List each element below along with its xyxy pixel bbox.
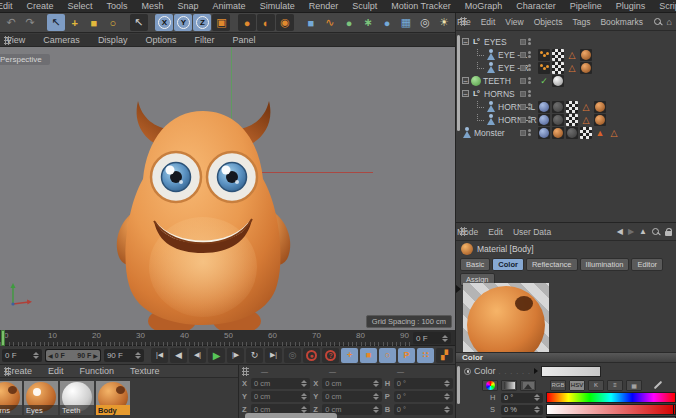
spinner-icon[interactable] [301,393,307,400]
current-frame-field[interactable]: 0 F [413,332,451,344]
rotate-tool-icon[interactable]: ○ [104,14,122,31]
checker-tag-icon[interactable] [566,101,578,113]
dots-tag-icon[interactable] [538,49,550,61]
material-tile-eyes[interactable]: Eyes [24,381,58,415]
saturation-value-field[interactable]: 0 % [501,405,543,415]
object-label[interactable]: TEETH [483,76,511,86]
menu-mograph[interactable]: MoGraph [458,1,510,11]
scale-tool-icon[interactable]: ■ [85,14,103,31]
environment-tool-icon[interactable]: ● [378,14,396,31]
object-label[interactable]: EYES [484,37,507,47]
attr-menu-user-data[interactable]: User Data [508,227,556,237]
live-selection-tool-icon[interactable]: ↖ [47,14,65,31]
monster-model[interactable] [110,87,297,330]
tab-reflectance[interactable]: Reflectance [526,258,578,271]
visibility-dots-icon[interactable] [528,129,531,136]
deformer-tool-icon[interactable]: ∗ [359,14,377,31]
menu-simulate[interactable]: Simulate [253,1,302,11]
material-preview[interactable] [463,283,549,353]
visibility-toggles[interactable] [520,77,531,84]
tab-color[interactable]: Color [492,258,524,271]
add-cube-tool-icon[interactable]: ■ [302,14,320,31]
menu-animate[interactable]: Animate [206,1,253,11]
sphere-white-tag-icon[interactable] [552,75,564,87]
material-tile-teeth[interactable]: Teeth [60,381,94,415]
perspective-viewport[interactable]: Perspective [0,47,455,330]
keyframe-scale-button[interactable]: ■ [360,348,377,363]
tri-outline-tag-icon[interactable]: △ [580,114,592,126]
object-row-monster[interactable]: Monster▲△ [462,126,674,139]
spinner-icon[interactable] [444,380,450,387]
coordinate-system-tool-icon[interactable]: ▣ [212,14,230,31]
menu-tools[interactable]: Tools [100,1,135,11]
hsv-mode-button[interactable]: HSV [569,380,585,391]
timeline-playhead[interactable] [1,330,5,346]
play-forwards-button[interactable]: ▶ [208,348,225,363]
spinner-icon[interactable] [444,393,450,400]
visibility-dots-icon[interactable] [528,51,531,58]
kelvin-mode-button[interactable]: K [588,380,604,391]
om-menu-objects[interactable]: Objects [529,17,568,27]
frame-range-slider[interactable]: ◀ 0 F 90 F ▶ [45,349,101,362]
history-forward-icon[interactable]: ▶ [628,227,634,236]
home-icon[interactable]: ⌂ [667,17,672,27]
coord-column-header-0[interactable]: — [251,368,317,375]
material-menu-create[interactable]: Create [0,366,40,376]
spinner-icon[interactable] [301,380,307,387]
visibility-dots-icon[interactable] [528,77,531,84]
coord-value-field[interactable]: 0 ° [394,391,453,402]
material-menu-texture[interactable]: Texture [122,366,168,376]
object-row-teeth[interactable]: ‒TEETH✓ [462,74,674,87]
spinner-icon[interactable] [534,394,540,401]
check-tag-icon[interactable]: ✓ [538,75,550,87]
record-position-off-button[interactable]: ◎ [284,348,301,363]
layer-chip[interactable] [520,104,526,110]
color-section-header[interactable]: Color [456,352,676,363]
tri-solid-tag-icon[interactable]: ▲ [594,127,606,139]
visibility-toggles[interactable] [520,129,531,136]
checker-tag-icon[interactable] [552,49,564,61]
spinner-icon[interactable] [33,352,39,359]
spinner-icon[interactable] [373,380,379,387]
add-spline-tool-icon[interactable]: ∿ [321,14,339,31]
history-back-icon[interactable]: ◀ [617,227,623,236]
menu-snap[interactable]: Snap [171,1,206,11]
camera-tool-icon[interactable]: ◎ [416,14,434,31]
keyframe-rotation-button[interactable]: ○ [379,348,396,363]
object-row-horn-l[interactable]: HORN - L△ [462,100,674,113]
visibility-dots-icon[interactable] [528,64,531,71]
viewport-menu-display[interactable]: Display [89,35,137,45]
menu-script[interactable]: Script [652,1,676,11]
om-menu-file[interactable]: File [452,17,476,27]
menu-render[interactable]: Render [302,1,346,11]
layer-chip[interactable] [520,52,526,58]
material-tile-horns[interactable]: Horns [0,381,22,415]
spinner-icon[interactable] [301,406,307,413]
layer-chip[interactable] [520,65,526,71]
layer-chip[interactable] [520,130,526,136]
menu-plugins[interactable]: Plugins [609,1,653,11]
viewport-menu-panel[interactable]: Panel [223,35,264,45]
redo-tool-icon[interactable]: ↷ [21,14,39,31]
spinner-icon[interactable] [442,335,448,342]
axis-z-tool-icon[interactable]: Z [193,14,211,31]
scrollbar-thumb[interactable] [457,35,460,131]
grip-icon[interactable] [242,367,249,376]
spinner-icon[interactable] [373,393,379,400]
sphere-blue-tag-icon[interactable] [538,114,550,126]
coord-value-field[interactable]: 0 cm [322,378,381,389]
saturation-slider[interactable] [546,404,676,415]
expander-icon[interactable]: ‒ [462,90,469,97]
object-row-eye-l[interactable]: EYE - L△ [462,48,674,61]
tri-outline-tag-icon[interactable]: △ [580,101,592,113]
menu-mesh[interactable]: Mesh [135,1,171,11]
attr-menu-edit[interactable]: Edit [483,227,508,237]
menu-character[interactable]: Character [509,1,563,11]
record-selected-button[interactable]: ▞ [436,348,453,363]
om-menu-bookmarks[interactable]: Bookmarks [595,17,648,27]
spinner-icon[interactable] [135,352,141,359]
visibility-toggles[interactable] [520,103,531,110]
dots-tag-icon[interactable] [538,62,550,74]
axis-y-tool-icon[interactable]: Y [174,14,192,31]
image-mode-button[interactable] [520,380,536,391]
